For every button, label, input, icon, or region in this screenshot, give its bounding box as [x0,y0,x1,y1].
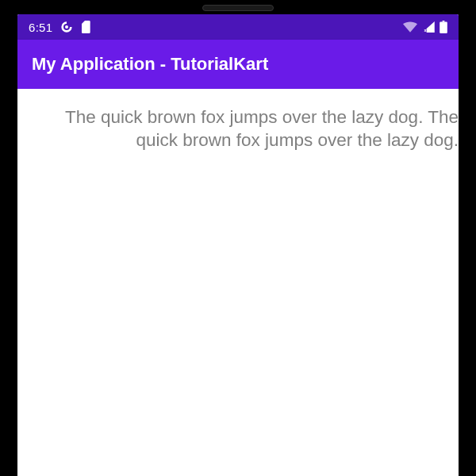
battery-icon [440,21,447,33]
svg-rect-4 [442,21,444,22]
device-frame: 6:51 [0,0,476,476]
svg-point-0 [65,25,68,29]
status-right: x [403,21,447,33]
wifi-icon [403,21,417,33]
app-bar: My Application - TutorialKart [17,40,459,89]
sd-card-icon [81,21,92,33]
status-bar: 6:51 [17,14,459,40]
signal-icon: x [422,21,435,33]
device-speaker [202,5,274,11]
content-area: The quick brown fox jumps over the lazy … [17,89,459,476]
data-saver-icon [60,21,73,33]
screen: 6:51 [17,14,459,476]
body-text: The quick brown fox jumps over the lazy … [17,106,459,152]
status-left: 6:51 [29,21,92,34]
app-title: My Application - TutorialKart [32,54,268,75]
clock: 6:51 [29,21,52,34]
svg-text:x: x [424,28,427,33]
svg-rect-3 [440,22,447,33]
